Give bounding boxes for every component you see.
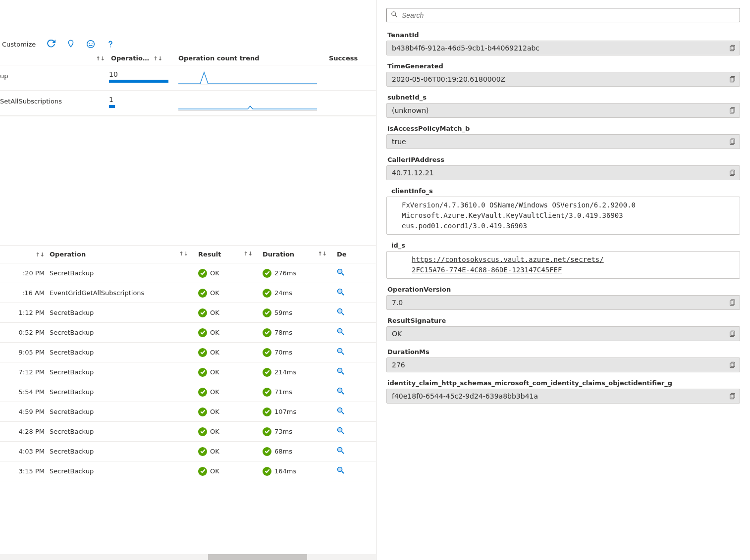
table-row[interactable]: 3:15 PM SecretBackup OK 164ms	[0, 461, 376, 481]
cell-details-link[interactable]	[337, 268, 357, 278]
field-label: TimeGenerated	[386, 62, 740, 70]
search-input-wrap[interactable]	[386, 8, 740, 22]
smile-icon[interactable]	[86, 40, 95, 49]
cell-time: 0:52 PM	[0, 329, 50, 336]
magnifier-icon[interactable]	[337, 407, 345, 415]
sort-icon[interactable]: ↑↓	[36, 252, 45, 258]
summary-header-row: ↑↓ Operatio… ↑↓ Operation count trend Su…	[0, 52, 376, 65]
magnifier-icon[interactable]	[337, 427, 345, 435]
summary-row[interactable]: SetAllSubscriptions 1	[0, 91, 376, 116]
customize-button[interactable]: Customize	[2, 41, 36, 48]
cell-details-link[interactable]	[337, 466, 357, 476]
copy-icon[interactable]	[728, 299, 736, 306]
refresh-icon[interactable]	[47, 40, 55, 49]
summary-opname: up	[0, 70, 109, 80]
cell-duration: 276ms	[263, 269, 337, 278]
table-row[interactable]: 0:52 PM SecretBackup OK 78ms	[0, 323, 376, 343]
cell-details-link[interactable]	[337, 387, 357, 397]
cell-details-link[interactable]	[337, 308, 357, 317]
magnifier-icon[interactable]	[337, 288, 345, 296]
sort-icon[interactable]: ↑↓	[179, 251, 188, 257]
magnifier-icon[interactable]	[337, 387, 345, 395]
col-operation-header[interactable]: Operation	[50, 251, 86, 258]
sort-icon[interactable]: ↑↓	[96, 55, 105, 62]
col-success-header[interactable]: Success	[329, 54, 358, 62]
magnifier-icon[interactable]	[337, 466, 345, 474]
copy-icon[interactable]	[728, 393, 736, 400]
magnifier-icon[interactable]	[337, 447, 345, 455]
field-value[interactable]: f40e18f0-6544-45c2-9d24-639a8bb3b41a	[386, 389, 740, 404]
copy-icon[interactable]	[728, 330, 736, 338]
field-value[interactable]: (unknown)	[386, 103, 740, 118]
cell-details-link[interactable]	[337, 328, 357, 337]
summary-trend	[178, 96, 327, 110]
cell-duration: 164ms	[263, 467, 337, 476]
magnifier-icon[interactable]	[337, 308, 345, 316]
magnifier-icon[interactable]	[337, 348, 345, 356]
svg-point-15	[338, 388, 342, 393]
table-row[interactable]: 7:12 PM SecretBackup OK 214ms	[0, 362, 376, 382]
svg-line-8	[342, 313, 344, 315]
field-value[interactable]: 276	[386, 357, 740, 372]
search-input[interactable]	[402, 11, 736, 19]
table-row[interactable]: :20 PM SecretBackup OK 276ms	[0, 263, 376, 283]
svg-line-10	[342, 333, 344, 335]
cell-details-link[interactable]	[337, 447, 357, 456]
svg-point-2	[92, 43, 93, 44]
check-icon	[198, 447, 207, 456]
summary-trend	[178, 70, 327, 85]
svg-line-20	[342, 432, 344, 434]
cell-details-link[interactable]	[337, 367, 357, 377]
magnifier-icon[interactable]	[337, 328, 345, 336]
summary-row[interactable]: up 10	[0, 65, 376, 91]
field-group: TenantIdb438b4f6-912a-46d5-9cb1-b4406921…	[386, 31, 740, 55]
field-value[interactable]: true	[386, 134, 740, 149]
cell-details-link[interactable]	[337, 427, 357, 436]
field-value[interactable]: 7.0	[386, 295, 740, 310]
magnifier-icon[interactable]	[337, 268, 345, 276]
field-value[interactable]: OK	[386, 326, 740, 341]
table-row[interactable]: 9:05 PM SecretBackup OK 70ms	[0, 343, 376, 362]
field-value[interactable]: FxVersion/4.7.3610.0 OSName/Windows OSVe…	[386, 197, 740, 235]
col-trend-header: Operation count trend	[178, 54, 260, 62]
table-row[interactable]: 4:03 PM SecretBackup OK 68ms	[0, 442, 376, 461]
cell-result: OK	[198, 289, 263, 298]
field-label: CallerIPAddress	[386, 156, 740, 163]
field-value[interactable]: 2020-05-06T00:19:20.6180000Z	[386, 72, 740, 87]
cell-details-link[interactable]	[337, 407, 357, 416]
copy-icon[interactable]	[728, 138, 736, 146]
copy-icon[interactable]	[728, 45, 736, 52]
favorite-icon[interactable]	[66, 40, 75, 49]
col-details-header[interactable]: De	[337, 251, 347, 258]
horizontal-scrollbar[interactable]	[0, 554, 376, 560]
field-value[interactable]: b438b4f6-912a-46d5-9cb1-b44069212abc	[386, 41, 740, 55]
copy-icon[interactable]	[728, 76, 736, 83]
cell-operation: SecretBackup	[50, 329, 198, 336]
table-row[interactable]: 4:59 PM SecretBackup OK 107ms	[0, 402, 376, 422]
sort-icon[interactable]: ↑↓	[318, 251, 327, 257]
sort-icon[interactable]: ↑↓	[244, 251, 253, 257]
copy-icon[interactable]	[728, 361, 736, 369]
table-row[interactable]: 5:54 PM SecretBackup OK 71ms	[0, 382, 376, 402]
cell-details-link[interactable]	[337, 348, 357, 357]
field-label: clientInfo_s	[386, 187, 740, 195]
col-operation-header[interactable]: Operatio…	[111, 54, 149, 62]
magnifier-icon[interactable]	[337, 367, 345, 375]
sort-icon[interactable]: ↑↓	[154, 55, 162, 62]
cell-details-link[interactable]	[337, 288, 357, 298]
check-icon	[263, 348, 271, 357]
help-icon[interactable]	[106, 40, 115, 49]
table-row[interactable]: 4:28 PM SecretBackup OK 73ms	[0, 422, 376, 442]
table-row[interactable]: 1:12 PM SecretBackup OK 59ms	[0, 303, 376, 323]
svg-line-18	[342, 412, 344, 414]
col-result-header[interactable]: Result	[198, 251, 221, 258]
field-value[interactable]: 40.71.12.21	[386, 165, 740, 180]
copy-icon[interactable]	[728, 169, 736, 177]
check-icon	[198, 368, 207, 377]
copy-icon[interactable]	[728, 107, 736, 114]
svg-line-6	[342, 293, 344, 295]
check-icon	[263, 328, 271, 337]
field-value[interactable]: https://contosokvscus.vault.azure.net/se…	[386, 251, 740, 279]
col-duration-header[interactable]: Duration	[263, 251, 294, 258]
table-row[interactable]: :16 AM EventGridGetAllSubscriptions OK 2…	[0, 283, 376, 303]
